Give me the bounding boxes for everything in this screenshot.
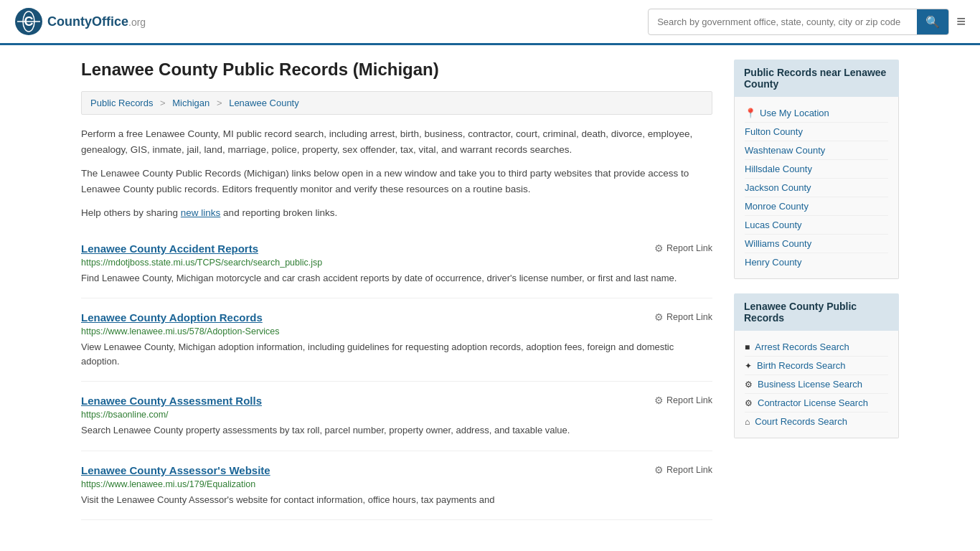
report-icon-2: ⚙ bbox=[654, 395, 664, 406]
sidebar-county-3[interactable]: Jackson County bbox=[745, 179, 888, 197]
record-url-2: https://bsaonline.com/ bbox=[81, 410, 712, 420]
header: C CountyOffice.org 🔍 ≡ bbox=[0, 0, 980, 45]
search-bar: 🔍 bbox=[648, 9, 949, 35]
records-sidebar-header: Lenawee County Public Records bbox=[734, 293, 899, 331]
sidebar-record-link-0[interactable]: ■Arrest Records Search bbox=[745, 338, 888, 357]
breadcrumb-sep-1: > bbox=[160, 98, 166, 108]
main-container: Lenawee County Public Records (Michigan)… bbox=[60, 45, 920, 534]
sidebar-county-0[interactable]: Fulton County bbox=[745, 123, 888, 141]
breadcrumb-sep-2: > bbox=[217, 98, 222, 108]
sidebar-record-link-1[interactable]: ✦Birth Records Search bbox=[745, 357, 888, 375]
record-title-0[interactable]: Lenawee County Accident Reports bbox=[81, 242, 258, 255]
use-my-location-link[interactable]: 📍 Use My Location bbox=[745, 104, 888, 123]
sidebar-record-link-4[interactable]: ⌂Court Records Search bbox=[745, 413, 888, 430]
report-icon-0: ⚙ bbox=[654, 242, 664, 254]
record-item: Lenawee County Accident Reports ⚙ Report… bbox=[81, 230, 712, 299]
report-link-2[interactable]: ⚙ Report Link bbox=[654, 395, 712, 406]
sidebar-record-link-3[interactable]: ⚙Contractor License Search bbox=[745, 394, 888, 413]
record-links-list: ■Arrest Records Search✦Birth Records Sea… bbox=[745, 338, 888, 430]
menu-icon[interactable]: ≡ bbox=[956, 12, 966, 31]
record-desc-0: Find Lenawee County, Michigan motorcycle… bbox=[81, 271, 712, 286]
sidebar-county-2[interactable]: Hillsdale County bbox=[745, 160, 888, 179]
record-header: Lenawee County Accident Reports ⚙ Report… bbox=[81, 242, 712, 255]
record-url-1: https://www.lenawee.mi.us/578/Adoption-S… bbox=[81, 326, 712, 336]
sidebar: Public Records near Lenawee County 📍 Use… bbox=[734, 60, 899, 520]
records-list: Lenawee County Accident Reports ⚙ Report… bbox=[81, 230, 712, 521]
record-item: Lenawee County Assessor's Website ⚙ Repo… bbox=[81, 451, 712, 521]
rec-icon-4: ⌂ bbox=[745, 417, 750, 427]
breadcrumb-michigan[interactable]: Michigan bbox=[172, 98, 209, 108]
rec-icon-2: ⚙ bbox=[745, 380, 753, 390]
nearby-content: 📍 Use My Location Fulton CountyWashtenaw… bbox=[734, 97, 899, 279]
sidebar-record-link-2[interactable]: ⚙Business License Search bbox=[745, 375, 888, 394]
description-3: Help others by sharing new links and rep… bbox=[81, 205, 712, 221]
report-link-3[interactable]: ⚙ Report Link bbox=[654, 464, 712, 476]
header-right: 🔍 ≡ bbox=[648, 9, 966, 35]
report-icon-3: ⚙ bbox=[654, 464, 664, 476]
record-desc-1: View Lenawee County, Michigan adoption i… bbox=[81, 340, 712, 368]
description-1: Perform a free Lenawee County, MI public… bbox=[81, 126, 712, 157]
report-link-0[interactable]: ⚙ Report Link bbox=[654, 242, 712, 254]
sidebar-county-4[interactable]: Monroe County bbox=[745, 197, 888, 216]
description-2: The Lenawee County Public Records (Michi… bbox=[81, 166, 712, 197]
new-links-link[interactable]: new links bbox=[181, 207, 221, 218]
record-title-1[interactable]: Lenawee County Adoption Records bbox=[81, 311, 263, 324]
search-button[interactable]: 🔍 bbox=[917, 9, 948, 34]
rec-icon-0: ■ bbox=[745, 342, 750, 352]
breadcrumb-public-records[interactable]: Public Records bbox=[90, 98, 153, 108]
breadcrumb-lenawee[interactable]: Lenawee County bbox=[229, 98, 299, 108]
search-input[interactable] bbox=[649, 11, 917, 33]
sidebar-county-5[interactable]: Lucas County bbox=[745, 216, 888, 235]
rec-icon-3: ⚙ bbox=[745, 398, 753, 408]
record-desc-2: Search Lenawee County property assessmen… bbox=[81, 423, 712, 438]
pin-icon: 📍 bbox=[745, 108, 756, 118]
sidebar-county-6[interactable]: Williams County bbox=[745, 235, 888, 253]
records-section: Lenawee County Public Records ■Arrest Re… bbox=[734, 293, 899, 438]
records-sidebar-content: ■Arrest Records Search✦Birth Records Sea… bbox=[734, 331, 899, 438]
record-desc-3: Visit the Lenawee County Assessor's webs… bbox=[81, 493, 712, 507]
record-url-0: https://mdotjboss.state.mi.us/TCPS/searc… bbox=[81, 258, 712, 268]
record-header: Lenawee County Adoption Records ⚙ Report… bbox=[81, 311, 712, 324]
sidebar-county-1[interactable]: Washtenaw County bbox=[745, 141, 888, 160]
record-item: Lenawee County Assessment Rolls ⚙ Report… bbox=[81, 382, 712, 451]
search-icon: 🔍 bbox=[925, 16, 940, 28]
record-item: Lenawee County Adoption Records ⚙ Report… bbox=[81, 298, 712, 382]
page-title: Lenawee County Public Records (Michigan) bbox=[81, 60, 712, 80]
content-area: Lenawee County Public Records (Michigan)… bbox=[81, 60, 712, 520]
rec-icon-1: ✦ bbox=[745, 361, 752, 371]
record-title-3[interactable]: Lenawee County Assessor's Website bbox=[81, 464, 270, 476]
logo-text: CountyOffice.org bbox=[47, 14, 146, 29]
breadcrumb: Public Records > Michigan > Lenawee Coun… bbox=[81, 91, 712, 115]
report-icon-1: ⚙ bbox=[654, 311, 664, 323]
logo-icon: C bbox=[14, 7, 43, 36]
record-header: Lenawee County Assessor's Website ⚙ Repo… bbox=[81, 464, 712, 476]
nearby-header: Public Records near Lenawee County bbox=[734, 60, 899, 97]
nearby-counties: Fulton CountyWashtenaw CountyHillsdale C… bbox=[745, 123, 888, 271]
nearby-section: Public Records near Lenawee County 📍 Use… bbox=[734, 60, 899, 279]
logo: C CountyOffice.org bbox=[14, 7, 146, 36]
report-link-1[interactable]: ⚙ Report Link bbox=[654, 311, 712, 323]
record-header: Lenawee County Assessment Rolls ⚙ Report… bbox=[81, 395, 712, 407]
record-title-2[interactable]: Lenawee County Assessment Rolls bbox=[81, 395, 262, 407]
record-url-3: https://www.lenawee.mi.us/179/Equalizati… bbox=[81, 479, 712, 489]
sidebar-county-7[interactable]: Henry County bbox=[745, 253, 888, 271]
